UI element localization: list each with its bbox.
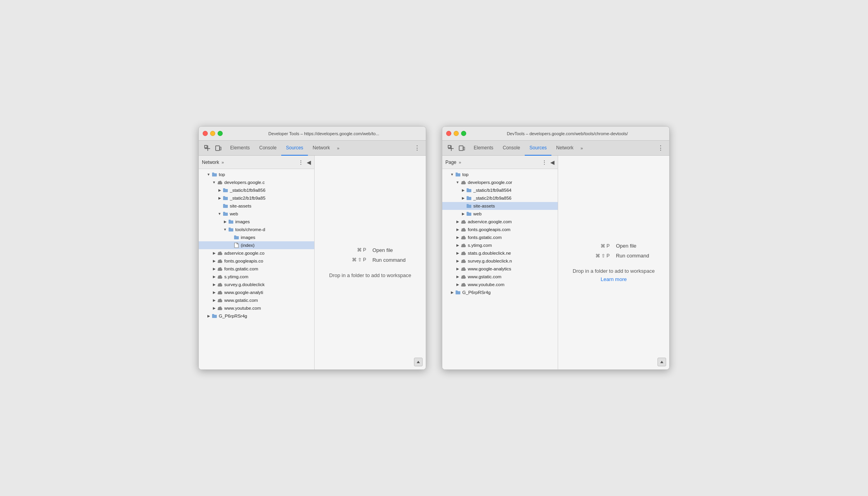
tree-item[interactable]: ▶_static/b1fb9a8564 (442, 186, 558, 194)
tree-item[interactable]: ▶adservice.google.com (442, 218, 558, 226)
tree-item[interactable]: ▶_static2/b1fb9a85 (199, 194, 314, 202)
tree-item[interactable]: ▶www.google-analytics (442, 265, 558, 273)
tree-item[interactable]: ▶G_P6rpRSr4g (199, 312, 314, 320)
cloud-icon (217, 305, 223, 311)
tree-item[interactable]: ▶www.youtube.com (442, 281, 558, 288)
tree-item-label: fonts.gstatic.com (468, 235, 502, 240)
tabs-more-button[interactable]: » (335, 141, 342, 155)
folder-icon (222, 195, 229, 201)
tab-network[interactable]: Network (551, 141, 578, 156)
menu-icon[interactable]: ⋮ (412, 143, 422, 153)
tree-item[interactable]: ▶web (442, 210, 558, 218)
tree-item[interactable]: ▼tools/chrome-d (199, 226, 314, 233)
tree-arrow-icon: ▶ (211, 274, 217, 279)
tab-elements[interactable]: Elements (225, 141, 255, 156)
tree-item[interactable]: ▶survey.g.doubleclick.n (442, 257, 558, 265)
tree-arrow-icon: ▶ (455, 258, 460, 264)
tree-item[interactable]: ▶fonts.googleapis.com (442, 226, 558, 233)
tree-item[interactable]: ▶fonts.googleapis.co (199, 257, 314, 265)
folder-icon (466, 195, 472, 201)
close-button[interactable] (203, 131, 208, 136)
tree-item[interactable]: ▶s.ytimg.com (199, 273, 314, 281)
drop-workspace-text: Drop in a folder to add to workspace (329, 272, 411, 278)
tree-item[interactable]: ▼web (199, 210, 314, 218)
sidebar-header: Network » ⋮ ◀ (199, 156, 314, 169)
tree-item[interactable]: ▼developers.google.cor (442, 178, 558, 186)
tree-arrow-icon: ▼ (206, 172, 211, 177)
tree-item[interactable]: ▼top (442, 171, 558, 178)
tree-item[interactable]: ▶fonts.gstatic.com (199, 265, 314, 273)
file-icon (233, 242, 240, 248)
tree-item[interactable]: ▶_static2/b1fb9a856 (442, 194, 558, 202)
scroll-to-top-button[interactable] (657, 358, 666, 366)
traffic-lights (446, 131, 466, 136)
maximize-button[interactable] (461, 131, 466, 136)
cloud-icon (460, 219, 467, 224)
tree-item[interactable]: ▶survey.g.doubleclick (199, 281, 314, 288)
tree-item[interactable]: ▼top (199, 171, 314, 178)
tree-item[interactable]: (index) (199, 241, 314, 249)
maximize-button[interactable] (218, 131, 223, 136)
tree-item[interactable]: images (199, 233, 314, 241)
tree-item[interactable]: ▶www.google-analyti (199, 288, 314, 296)
tree-item[interactable]: ▶G_P6rpRSr4g (442, 288, 558, 296)
tree-item[interactable]: ▶s.ytimg.com (442, 241, 558, 249)
tree-item[interactable]: ▶fonts.gstatic.com (442, 233, 558, 241)
tree-item[interactable]: ▶www.youtube.com (199, 304, 314, 312)
tree-item[interactable]: ▶stats.g.doubleclick.ne (442, 249, 558, 257)
devtools-window-window-right: DevTools – developers.google.com/web/too… (442, 126, 670, 370)
tree-item[interactable]: ▶_static/b1fb9a856 (199, 186, 314, 194)
minimize-button[interactable] (454, 131, 459, 136)
menu-icon[interactable]: ⋮ (656, 143, 665, 153)
tree-item-label: images (235, 219, 250, 224)
shortcut-row: ⌘ ⇧ P Run command (335, 257, 406, 263)
svg-marker-5 (417, 361, 420, 363)
devtools-window-window-left: Developer Tools – https://developers.goo… (198, 126, 426, 370)
sidebar-menu-icon[interactable]: ⋮ (298, 159, 304, 165)
cloud-icon (460, 250, 467, 256)
tab-elements[interactable]: Elements (469, 141, 498, 156)
cloud-icon (460, 258, 467, 264)
sidebar-collapse-icon[interactable]: ◀ (307, 159, 311, 165)
tree-item[interactable]: ▶adservice.google.co (199, 249, 314, 257)
tree-arrow-icon: ▶ (217, 187, 222, 193)
close-button[interactable] (446, 131, 451, 136)
tree-arrow-icon: ▶ (206, 313, 211, 319)
tab-bar: ElementsConsoleSourcesNetwork»⋮ (199, 141, 426, 156)
tree-item[interactable]: ▶www.gstatic.com (442, 273, 558, 281)
tree-arrow-icon: ▶ (211, 250, 217, 256)
tab-sources[interactable]: Sources (281, 141, 308, 156)
folder-icon (466, 187, 472, 193)
shortcut-row: ⌘ P Open file (335, 247, 406, 253)
tree-item[interactable]: ▶www.gstatic.com (199, 296, 314, 304)
tab-console[interactable]: Console (255, 141, 281, 156)
tree-arrow-icon: ▶ (460, 211, 466, 217)
tabs-more-button[interactable]: » (578, 141, 585, 155)
device-icon[interactable] (457, 143, 467, 153)
tree-item-label: _static/b1fb9a856 (230, 188, 266, 193)
sidebar-menu-icon[interactable]: ⋮ (542, 159, 547, 165)
cloud-icon (460, 242, 467, 248)
tree-arrow-icon: ▶ (455, 282, 460, 287)
inspect-icon[interactable] (446, 143, 456, 153)
tree-item[interactable]: site-assets (199, 202, 314, 210)
tab-console[interactable]: Console (498, 141, 525, 156)
title-bar: DevTools – developers.google.com/web/too… (442, 127, 669, 141)
tree-item[interactable]: ▼developers.google.c (199, 178, 314, 186)
inspect-icon[interactable] (203, 143, 212, 153)
tree-item-label: _static2/b1fb9a856 (473, 196, 511, 200)
folder-icon (466, 203, 472, 209)
sidebar-more[interactable]: » (222, 160, 224, 165)
device-icon[interactable] (214, 143, 223, 153)
tab-sources[interactable]: Sources (525, 141, 551, 156)
minimize-button[interactable] (210, 131, 215, 136)
learn-more-link[interactable]: Learn more (601, 276, 626, 282)
scroll-to-top-button[interactable] (414, 358, 423, 366)
tree-item[interactable]: ▶images (199, 218, 314, 226)
tree-item[interactable]: site-assets (442, 202, 558, 210)
tab-network[interactable]: Network (308, 141, 335, 156)
sidebar-collapse-icon[interactable]: ◀ (550, 159, 555, 165)
tree-item-label: www.google-analyti (224, 290, 263, 295)
sidebar-more[interactable]: » (459, 160, 461, 165)
tree-item-label: tools/chrome-d (235, 227, 265, 232)
